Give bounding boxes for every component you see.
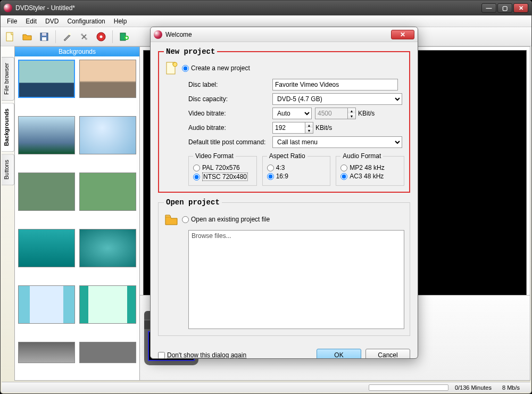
burn-button[interactable] xyxy=(94,29,109,44)
audio-bitrate-field[interactable] xyxy=(272,122,305,134)
dialog-title: Welcome xyxy=(165,31,391,38)
bg-thumb[interactable] xyxy=(18,173,75,211)
spinner-down-icon[interactable]: ▼ xyxy=(305,128,313,133)
tab-file-browser[interactable]: File browser xyxy=(2,57,14,101)
audio-bitrate-spinner[interactable]: ▲▼ xyxy=(305,122,313,134)
bg-thumb[interactable] xyxy=(18,285,75,324)
save-project-button[interactable] xyxy=(37,29,52,44)
bg-thumb[interactable] xyxy=(18,229,75,267)
svg-rect-9 xyxy=(120,33,126,40)
audio-format-legend: Audio Format xyxy=(340,152,383,160)
ar-169-radio[interactable] xyxy=(267,173,274,180)
post-command-select[interactable]: Call last menu xyxy=(272,136,402,148)
create-new-label: Create a new project xyxy=(191,64,250,72)
svg-point-12 xyxy=(173,62,177,67)
bg-thumb[interactable] xyxy=(79,229,136,267)
status-bitrate: 8 Mb/s xyxy=(502,384,520,391)
tab-backgrounds[interactable]: Backgrounds xyxy=(2,103,14,152)
ac3-radio[interactable] xyxy=(340,173,347,180)
audio-bitrate-unit: KBit/s xyxy=(315,124,332,132)
pal-label: PAL 720x576 xyxy=(202,164,240,171)
ar-43-radio[interactable] xyxy=(267,165,274,171)
spinner-up-icon[interactable]: ▲ xyxy=(348,108,355,113)
video-bitrate-mode-select[interactable]: Auto xyxy=(272,108,312,119)
dialog-icon xyxy=(154,30,162,39)
bg-thumb[interactable] xyxy=(79,60,136,98)
menubar: File Edit DVD Configuration Help xyxy=(1,15,531,27)
bg-thumb[interactable] xyxy=(18,116,75,154)
spinner-down-icon[interactable]: ▼ xyxy=(348,113,355,119)
aspect-ratio-group: Aspect Ratio 4:3 16:9 xyxy=(262,152,331,186)
toolbar-separator xyxy=(112,30,113,43)
disc-label-field[interactable] xyxy=(272,79,398,91)
new-file-icon xyxy=(164,61,179,76)
open-project-button[interactable] xyxy=(20,29,35,44)
ntsc-radio[interactable] xyxy=(193,174,200,180)
bg-thumb[interactable] xyxy=(18,60,75,98)
statusbar: 0/136 Minutes 8 Mb/s xyxy=(2,382,530,392)
ok-button[interactable]: OK xyxy=(317,349,361,359)
menu-edit[interactable]: Edit xyxy=(21,17,41,26)
close-button[interactable]: ✕ xyxy=(513,3,528,13)
video-bitrate-unit: KBit/s xyxy=(358,110,375,117)
audio-format-group: Audio Format MP2 48 kHz AC3 48 kHz xyxy=(336,152,404,186)
dialog-titlebar: Welcome ✕ xyxy=(151,27,418,42)
video-format-legend: Video Format xyxy=(193,152,236,160)
video-bitrate-label: Video bitrate: xyxy=(188,110,272,117)
ar-169-label: 16:9 xyxy=(276,173,288,180)
add-file-button[interactable] xyxy=(117,29,131,44)
menu-configuration[interactable]: Configuration xyxy=(63,17,109,26)
spinner-up-icon[interactable]: ▲ xyxy=(305,122,313,128)
open-existing-radio[interactable] xyxy=(182,216,189,223)
window-controls: — ▢ ✕ xyxy=(481,3,528,13)
wizard-button[interactable] xyxy=(60,29,74,44)
bg-thumb[interactable] xyxy=(79,342,136,363)
create-new-radio[interactable] xyxy=(182,65,189,72)
maximize-button[interactable]: ▢ xyxy=(497,3,512,13)
video-format-group: Video Format PAL 720x576 NTSC 720x480 xyxy=(188,152,257,186)
dialog-footer: Don't show this dialog again OK Cancel xyxy=(151,346,418,359)
cancel-button[interactable]: Cancel xyxy=(365,349,410,359)
bg-thumb[interactable] xyxy=(79,173,136,211)
new-project-section: New project Create a new project Disc la… xyxy=(158,47,410,193)
pal-radio[interactable] xyxy=(193,165,200,171)
bg-thumb[interactable] xyxy=(79,116,136,154)
svg-point-5 xyxy=(81,34,83,36)
window-title: DVDStyler - Untitled* xyxy=(15,4,481,12)
titlebar: DVDStyler - Untitled* — ▢ ✕ xyxy=(1,1,531,15)
minimize-button[interactable]: — xyxy=(481,3,496,13)
open-existing-label: Open an existing project file xyxy=(191,216,270,223)
dont-show-checkbox[interactable]: Don't show this dialog again xyxy=(158,351,246,359)
video-bitrate-spinner[interactable]: ▲▼ xyxy=(348,108,356,119)
app-icon xyxy=(4,4,12,12)
ntsc-label: NTSC 720x480 xyxy=(202,173,248,181)
new-project-button[interactable] xyxy=(3,29,18,44)
status-duration: 0/136 Minutes xyxy=(455,384,492,391)
settings-button[interactable] xyxy=(77,29,92,44)
svg-rect-2 xyxy=(42,33,46,36)
disc-label-label: Disc label: xyxy=(188,81,272,88)
side-tabs: File browser Backgrounds Buttons xyxy=(2,57,14,381)
backgrounds-panel: Backgrounds xyxy=(14,46,140,381)
folder-icon xyxy=(164,212,179,227)
dont-show-checkbox-input[interactable] xyxy=(158,352,165,359)
backgrounds-grid[interactable] xyxy=(15,56,139,380)
aspect-ratio-legend: Aspect Ratio xyxy=(267,152,307,160)
form-grid: Disc label: Disc capacity: DVD-5 (4.7 GB… xyxy=(188,79,404,148)
menu-help[interactable]: Help xyxy=(110,17,131,26)
backgrounds-header: Backgrounds xyxy=(15,47,139,56)
bg-thumb[interactable] xyxy=(79,285,136,324)
ar-43-label: 4:3 xyxy=(276,164,285,171)
menu-file[interactable]: File xyxy=(3,17,21,26)
progress-bar xyxy=(369,384,448,391)
bg-thumb[interactable] xyxy=(18,342,75,363)
mp2-radio[interactable] xyxy=(340,165,347,171)
disc-capacity-select[interactable]: DVD-5 (4.7 GB) xyxy=(272,93,402,105)
dialog-close-button[interactable]: ✕ xyxy=(391,30,414,39)
browse-files-list[interactable]: Browse files... xyxy=(188,230,404,329)
tab-buttons[interactable]: Buttons xyxy=(2,154,14,185)
menu-dvd[interactable]: DVD xyxy=(41,17,63,26)
svg-point-6 xyxy=(85,38,87,40)
mp2-label: MP2 48 kHz xyxy=(350,164,384,171)
video-bitrate-field xyxy=(315,108,348,119)
